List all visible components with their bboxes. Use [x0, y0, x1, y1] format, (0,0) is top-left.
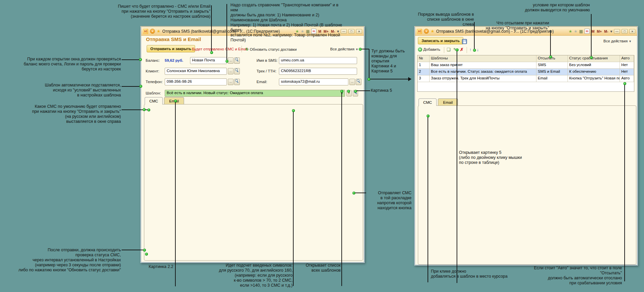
client-search-button[interactable] [234, 68, 240, 74]
move-down-button[interactable]: ↓ [477, 47, 479, 52]
connector-line [428, 117, 428, 282]
refresh-icon: ↻ [246, 47, 249, 51]
refresh-delivery-status-button[interactable]: ↻ Обновить статус доставки [246, 47, 297, 52]
maximize-button[interactable]: □ [348, 29, 354, 34]
all-actions-button[interactable]: Все действия ▼ [330, 47, 358, 51]
annotation-sends-sms: Отправляет СМС в той раскладке напротив … [367, 191, 412, 211]
toolbar-separator [444, 47, 444, 53]
green-dot-marker [139, 85, 142, 88]
annotation-picture5: Картинка 5 [371, 88, 404, 93]
1c-logo-icon: 1С [143, 29, 148, 34]
annotation-balance-check: При каждом открытии окна должен проверят… [9, 57, 121, 72]
table-row-selected[interactable]: 2 Все есть в наличии. Статус заказа: ожи… [418, 69, 634, 75]
client-input[interactable]: Солонская Юлия Николаевна [165, 68, 227, 75]
green-dot-marker [623, 82, 626, 85]
transport-company-combo[interactable]: Новая Почта [190, 57, 227, 64]
arrow-down-icon: ↓ [477, 47, 479, 52]
maximize-button[interactable]: □ [622, 29, 628, 34]
email-search-button[interactable] [356, 79, 361, 85]
green-dot-marker [473, 49, 476, 52]
green-dot-marker [210, 51, 213, 54]
annotation-char-count: Идет подсчет введеных символов: для русс… [200, 263, 293, 288]
col-send[interactable]: Отсылать [536, 55, 568, 62]
green-dot-marker [549, 55, 552, 58]
transport-search-button[interactable] [234, 57, 240, 64]
favorites-star-icon[interactable]: ★ [157, 29, 161, 34]
email-select-button[interactable]: ... [349, 79, 355, 85]
move-up-button[interactable]: ↑ [469, 47, 472, 52]
all-actions-button[interactable]: Все действия ▼ [604, 39, 632, 43]
memory-m-minus-button[interactable]: M- [604, 29, 609, 33]
connector-line [550, 30, 551, 57]
templates-table: № Шаблоны Отсылать Статус срабатывания А… [417, 55, 634, 92]
delete-item-button[interactable]: ✗ [460, 47, 464, 52]
1c-logo-icon: 1С [417, 29, 422, 34]
track-input[interactable]: CN095623221RB [279, 68, 357, 75]
green-dot-marker [143, 249, 146, 252]
phone-select-button[interactable]: ... [228, 79, 233, 85]
annotation-opens-list: Открывает список всех шаблонов [300, 263, 341, 273]
save-button[interactable] [462, 38, 467, 44]
annotation-template-auto: Шаблон автоматически подставляется, исхо… [33, 83, 121, 98]
client-select-button[interactable]: ... [228, 68, 233, 74]
connector-line [122, 86, 141, 87]
memory-m-button[interactable]: M [591, 29, 595, 33]
tab-sms[interactable]: СМС [145, 97, 163, 104]
star-gray-icon[interactable]: ★ [574, 29, 578, 34]
arrowhead-right [408, 77, 412, 81]
system-menu-icon[interactable]: ▼ [150, 29, 155, 34]
green-dot-marker [292, 109, 295, 112]
calendar-icon[interactable]: 31 [585, 29, 590, 34]
annotation-transport-directory: Надо создать справочник "Транспортные ко… [230, 3, 344, 43]
chevron-down-icon: ▼ [355, 48, 358, 51]
save-and-close-button[interactable]: Записать и закрыть [418, 37, 463, 44]
copy-item-button[interactable]: ❏ [447, 47, 451, 52]
add-favorite-icon[interactable]: ★ [569, 29, 572, 34]
close-button[interactable]: × [356, 29, 362, 34]
green-dot-marker [145, 253, 148, 256]
green-dot-marker [359, 48, 362, 51]
add-icon: + [418, 47, 422, 52]
annotation-template-order: Порядок вывода шаблонов в списке шаблоно… [415, 12, 474, 27]
sms-name-input[interactable]: umeu.com.ua [279, 57, 357, 64]
green-dot-marker [354, 90, 357, 93]
green-dot-marker [139, 58, 142, 61]
left-window: 1С ▼ ★ Отправка SMS (barilkovetal@gmail.… [140, 26, 365, 263]
template-combo[interactable]: Всё есть в наличии. Новый статус: Ожидае… [165, 90, 345, 97]
connector-line [175, 101, 176, 286]
connector-line [362, 49, 369, 49]
search-icon [235, 79, 239, 83]
table-row[interactable]: 3 Заказ отгружен. Трек для НовойПочты Em… [418, 75, 634, 82]
memory-m-plus-button[interactable]: M+ [597, 29, 602, 33]
favorites-star-icon[interactable]: ★ [431, 29, 435, 34]
page-title: Отправка SMS и Email [146, 36, 201, 42]
chevron-down-icon: ▼ [629, 40, 632, 43]
send-and-close-button[interactable]: Отправить и закрыть [147, 45, 195, 52]
close-button[interactable]: × [629, 29, 635, 34]
tab-email[interactable]: Email [438, 98, 458, 106]
tab-sms[interactable]: СМС [419, 98, 437, 106]
table-row[interactable]: 1 Ваш заказ принят SMS Без условий Нет [418, 62, 634, 69]
email-input[interactable]: solonskaya72@mail.ru [279, 78, 348, 85]
phone-label: Телефон: [146, 80, 163, 84]
annotation-default-sms: Какое СМС по умолчанию будет отправлено … [19, 104, 121, 124]
phone-search-button[interactable] [234, 79, 240, 85]
annotation-picture22: Картинка 2.2 [149, 264, 175, 269]
sms-tab-pane [144, 104, 363, 261]
green-dot-marker [225, 60, 228, 63]
add-button[interactable]: + Добавить [418, 47, 440, 52]
col-condition[interactable]: Статус срабатывания [568, 55, 620, 62]
green-dot-marker [590, 56, 593, 59]
transport-select-button[interactable]: ... [228, 57, 233, 64]
phone-input[interactable]: 098-356-98-26 [165, 78, 227, 85]
green-dot-marker [367, 78, 370, 81]
search-icon [235, 68, 239, 72]
chevron-down-icon[interactable]: ▾ [610, 29, 612, 34]
system-menu-icon[interactable]: ▼ [424, 29, 429, 34]
green-dot-marker [143, 108, 146, 111]
calculator-icon[interactable]: ▦ [579, 29, 583, 34]
minimize-button[interactable]: — [614, 29, 620, 34]
annotation-commands: Тут должны быть команды для открытия Кар… [371, 49, 412, 74]
green-dot-marker [147, 108, 150, 111]
email-label: Email: [257, 80, 267, 84]
